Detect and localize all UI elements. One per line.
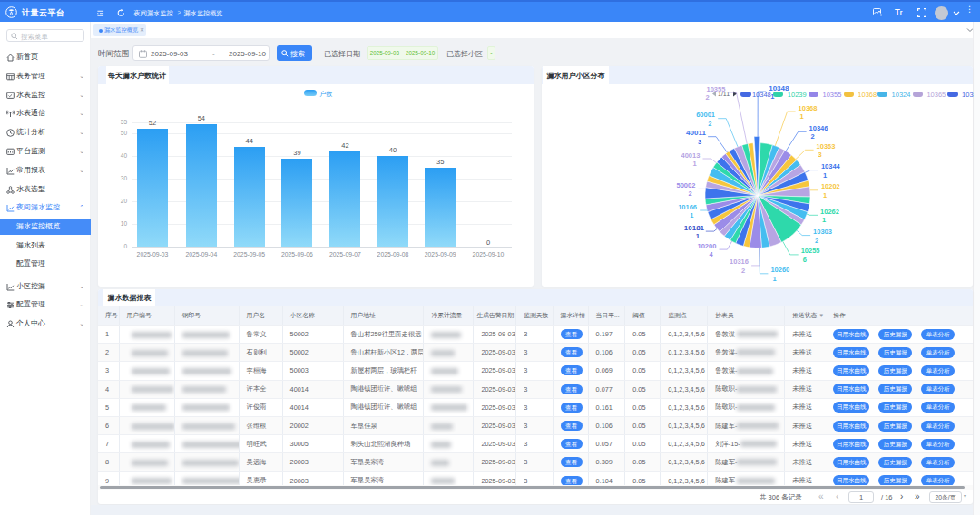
svg-text:40013: 40013 (681, 151, 700, 159)
svg-text:10355: 10355 (706, 84, 725, 92)
svg-text:10260: 10260 (770, 266, 789, 274)
svg-text:2: 2 (708, 119, 711, 127)
svg-text:3: 3 (818, 151, 821, 159)
svg-text:10348: 10348 (769, 84, 789, 92)
svg-text:2: 2 (688, 189, 691, 198)
svg-text:1: 1 (799, 112, 803, 121)
svg-text:6: 6 (802, 255, 806, 263)
svg-text:10202: 10202 (820, 182, 839, 190)
svg-text:10181: 10181 (683, 223, 704, 231)
svg-text:1: 1 (822, 216, 826, 224)
svg-text:10303: 10303 (813, 228, 832, 236)
svg-text:10344: 10344 (820, 162, 840, 170)
svg-text:1: 1 (692, 160, 696, 168)
svg-text:2: 2 (810, 132, 814, 141)
svg-text:10200: 10200 (697, 241, 716, 249)
svg-text:1: 1 (822, 170, 826, 179)
svg-text:4: 4 (709, 250, 713, 258)
svg-text:10255: 10255 (800, 247, 819, 255)
svg-text:2: 2 (705, 93, 709, 102)
svg-text:50002: 50002 (676, 180, 695, 189)
svg-text:2: 2 (741, 266, 745, 274)
svg-text:1: 1 (772, 274, 776, 282)
svg-text:10363: 10363 (816, 141, 835, 150)
svg-text:3: 3 (698, 137, 701, 145)
svg-text:2: 2 (815, 236, 818, 244)
svg-text:10346: 10346 (808, 123, 828, 131)
svg-text:1: 1 (822, 190, 826, 199)
svg-text:1: 1 (695, 232, 699, 240)
svg-text:10166: 10166 (678, 202, 697, 210)
svg-text:60001: 60001 (696, 111, 715, 119)
svg-text:10262: 10262 (820, 207, 839, 215)
svg-text:1: 1 (770, 92, 774, 101)
svg-text:10368: 10368 (798, 103, 817, 112)
svg-text:10316: 10316 (730, 258, 749, 266)
svg-text:1: 1 (690, 211, 693, 219)
svg-text:40011: 40011 (686, 129, 706, 137)
